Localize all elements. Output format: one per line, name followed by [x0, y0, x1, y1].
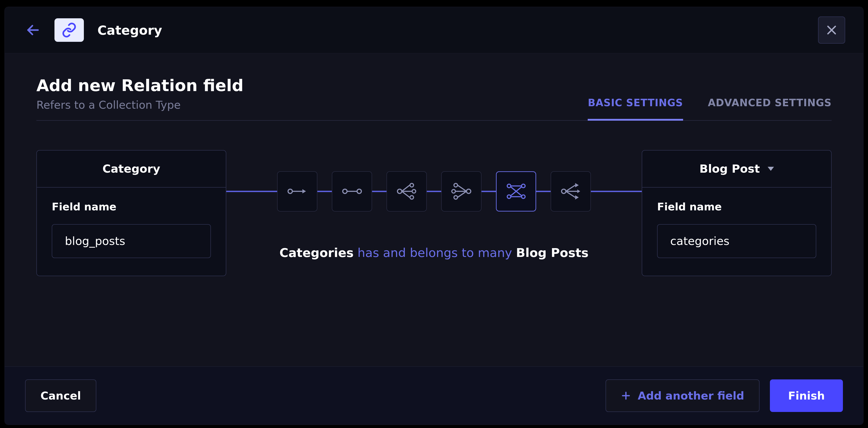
page-title: Add new Relation field: [36, 76, 243, 95]
settings-tabs: BASIC SETTINGS ADVANCED SETTINGS: [588, 97, 832, 120]
svg-point-6: [343, 189, 347, 193]
svg-marker-37: [575, 195, 579, 200]
arrow-left-icon: [26, 23, 40, 37]
source-field-label: Field name: [52, 201, 211, 213]
svg-point-13: [410, 184, 413, 187]
svg-point-9: [397, 189, 402, 193]
source-field-input[interactable]: [52, 224, 211, 258]
finish-button[interactable]: Finish: [770, 380, 843, 412]
svg-point-17: [452, 190, 455, 193]
svg-point-31: [561, 189, 566, 193]
svg-marker-35: [575, 183, 579, 187]
svg-line-12: [402, 191, 410, 198]
target-card: Blog Post Field name: [642, 150, 832, 276]
svg-line-10: [402, 185, 410, 191]
many-to-many-icon: [505, 180, 527, 202]
relation-picker: Categories has and belongs to many Blog …: [226, 150, 642, 276]
relation-description: Categories has and belongs to many Blog …: [226, 245, 642, 260]
title-bar: Add new Relation field Refers to a Colle…: [36, 76, 832, 121]
cancel-button[interactable]: Cancel: [25, 380, 96, 412]
close-button[interactable]: [818, 17, 845, 44]
svg-point-14: [412, 190, 416, 193]
relation-object: Blog Posts: [516, 245, 589, 260]
modal-header: Category: [5, 7, 863, 53]
add-relation-modal: Category Add new Relation field Refers t…: [4, 7, 864, 425]
svg-point-3: [288, 189, 292, 193]
add-another-field-label: Add another field: [638, 389, 744, 402]
plus-icon: [621, 391, 631, 401]
modal-footer: Cancel Add another field Finish: [5, 366, 863, 425]
add-another-field-button[interactable]: Add another field: [606, 380, 760, 412]
relation-content: Category Field name: [36, 150, 832, 276]
relation-one-to-one[interactable]: [332, 171, 372, 211]
relation-many-way[interactable]: [551, 171, 591, 211]
source-card-title: Category: [37, 151, 226, 188]
target-card-title: Blog Post: [700, 162, 760, 175]
page-subtitle: Refers to a Collection Type: [36, 99, 243, 120]
modal-body: Add new Relation field Refers to a Colle…: [5, 53, 863, 366]
relation-subject: Categories: [279, 245, 353, 260]
tab-advanced-settings[interactable]: ADVANCED SETTINGS: [708, 97, 832, 121]
one-to-many-icon: [396, 180, 417, 202]
relation-one-way[interactable]: [277, 171, 317, 211]
relation-type-badge: [55, 18, 84, 42]
finish-button-label: Finish: [788, 389, 825, 402]
many-to-one-icon: [451, 180, 472, 202]
one-to-one-icon: [341, 180, 363, 202]
target-select[interactable]: Blog Post: [642, 151, 831, 188]
target-field-input[interactable]: [657, 224, 816, 258]
svg-point-18: [454, 196, 458, 199]
back-button[interactable]: [25, 22, 41, 38]
source-card: Category Field name: [36, 150, 226, 276]
relation-many-to-many[interactable]: [496, 171, 536, 211]
svg-line-19: [458, 185, 467, 191]
chevron-down-icon: [768, 167, 774, 171]
cancel-button-label: Cancel: [40, 389, 81, 402]
svg-marker-5: [302, 189, 306, 193]
svg-line-32: [566, 185, 575, 191]
relation-many-to-one[interactable]: [441, 171, 482, 211]
svg-point-16: [454, 184, 458, 187]
link-chain-icon: [61, 22, 77, 38]
svg-marker-36: [577, 190, 580, 193]
svg-point-15: [410, 196, 413, 199]
header-title: Category: [97, 23, 162, 37]
relation-phrase: has and belongs to many: [353, 245, 516, 260]
svg-point-8: [357, 189, 361, 193]
close-icon: [825, 24, 838, 36]
many-way-icon: [560, 180, 582, 202]
svg-line-21: [458, 191, 467, 198]
svg-line-34: [566, 191, 575, 198]
svg-point-22: [466, 189, 471, 193]
target-field-label: Field name: [657, 201, 816, 213]
one-way-icon: [287, 180, 308, 202]
tab-basic-settings[interactable]: BASIC SETTINGS: [588, 97, 683, 121]
relation-one-to-many[interactable]: [386, 171, 427, 211]
